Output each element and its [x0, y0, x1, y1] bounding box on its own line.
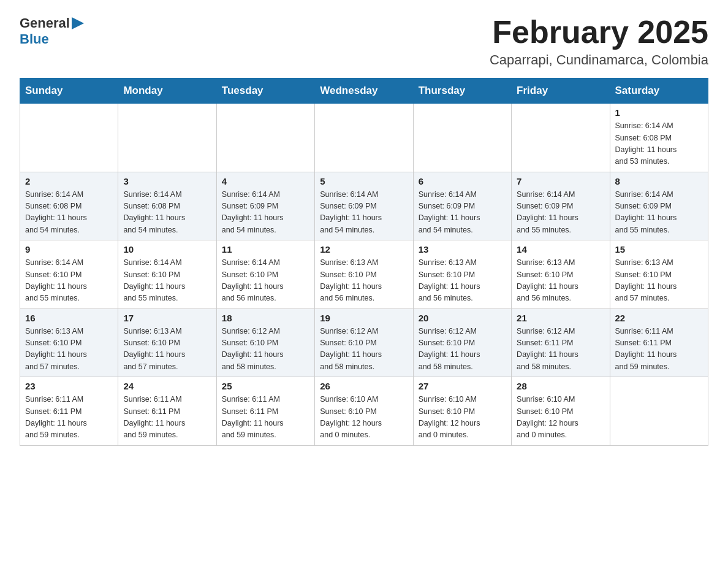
- calendar-cell: 14Sunrise: 6:13 AM Sunset: 6:10 PM Dayli…: [512, 240, 610, 309]
- calendar-cell: 23Sunrise: 6:11 AM Sunset: 6:11 PM Dayli…: [20, 377, 118, 446]
- day-number: 24: [123, 381, 211, 391]
- day-info: Sunrise: 6:11 AM Sunset: 6:11 PM Dayligh…: [25, 394, 113, 442]
- calendar-cell: [118, 104, 216, 172]
- weekday-header-friday: Friday: [512, 79, 610, 104]
- logo-general: General: [20, 16, 70, 31]
- day-number: 19: [320, 313, 408, 323]
- calendar-cell: 12Sunrise: 6:13 AM Sunset: 6:10 PM Dayli…: [315, 240, 413, 309]
- day-number: 18: [222, 313, 309, 323]
- calendar-cell: 4Sunrise: 6:14 AM Sunset: 6:09 PM Daylig…: [216, 172, 314, 240]
- location-title: Caparrapi, Cundinamarca, Colombia: [490, 52, 708, 68]
- page-header: General Blue February 2025 Caparrapi, Cu…: [20, 15, 708, 68]
- day-info: Sunrise: 6:10 AM Sunset: 6:10 PM Dayligh…: [517, 394, 604, 442]
- calendar-row-3: 9Sunrise: 6:14 AM Sunset: 6:10 PM Daylig…: [20, 240, 708, 309]
- day-info: Sunrise: 6:11 AM Sunset: 6:11 PM Dayligh…: [123, 394, 211, 442]
- calendar-cell: 22Sunrise: 6:11 AM Sunset: 6:11 PM Dayli…: [610, 308, 708, 377]
- day-number: 14: [517, 244, 604, 255]
- day-info: Sunrise: 6:14 AM Sunset: 6:10 PM Dayligh…: [222, 257, 309, 305]
- day-info: Sunrise: 6:14 AM Sunset: 6:10 PM Dayligh…: [123, 257, 211, 305]
- day-info: Sunrise: 6:11 AM Sunset: 6:11 PM Dayligh…: [615, 326, 703, 373]
- day-info: Sunrise: 6:14 AM Sunset: 6:09 PM Dayligh…: [615, 189, 703, 237]
- calendar-table: SundayMondayTuesdayWednesdayThursdayFrid…: [20, 78, 708, 446]
- day-info: Sunrise: 6:14 AM Sunset: 6:08 PM Dayligh…: [615, 120, 703, 168]
- day-info: Sunrise: 6:13 AM Sunset: 6:10 PM Dayligh…: [320, 257, 408, 305]
- day-number: 6: [419, 176, 506, 186]
- day-number: 5: [320, 176, 408, 186]
- svg-marker-0: [72, 17, 84, 29]
- calendar-cell: 7Sunrise: 6:14 AM Sunset: 6:09 PM Daylig…: [512, 172, 610, 240]
- calendar-cell: 20Sunrise: 6:12 AM Sunset: 6:10 PM Dayli…: [413, 308, 511, 377]
- weekday-header-saturday: Saturday: [610, 79, 708, 104]
- day-info: Sunrise: 6:14 AM Sunset: 6:10 PM Dayligh…: [25, 257, 113, 305]
- calendar-cell: 15Sunrise: 6:13 AM Sunset: 6:10 PM Dayli…: [610, 240, 708, 309]
- day-number: 23: [25, 381, 113, 391]
- day-number: 13: [419, 244, 506, 255]
- calendar-cell: 3Sunrise: 6:14 AM Sunset: 6:08 PM Daylig…: [118, 172, 216, 240]
- calendar-row-2: 2Sunrise: 6:14 AM Sunset: 6:08 PM Daylig…: [20, 172, 708, 240]
- calendar-cell: 9Sunrise: 6:14 AM Sunset: 6:10 PM Daylig…: [20, 240, 118, 309]
- day-number: 3: [123, 176, 211, 186]
- calendar-cell: 19Sunrise: 6:12 AM Sunset: 6:10 PM Dayli…: [315, 308, 413, 377]
- calendar-cell: [610, 377, 708, 446]
- calendar-cell: 25Sunrise: 6:11 AM Sunset: 6:11 PM Dayli…: [216, 377, 314, 446]
- day-number: 12: [320, 244, 408, 255]
- calendar-cell: [512, 104, 610, 172]
- calendar-cell: 13Sunrise: 6:13 AM Sunset: 6:10 PM Dayli…: [413, 240, 511, 309]
- weekday-header-thursday: Thursday: [413, 79, 511, 104]
- calendar-cell: 18Sunrise: 6:12 AM Sunset: 6:10 PM Dayli…: [216, 308, 314, 377]
- day-number: 22: [615, 313, 703, 323]
- day-number: 4: [222, 176, 309, 186]
- day-number: 2: [25, 176, 113, 186]
- day-info: Sunrise: 6:11 AM Sunset: 6:11 PM Dayligh…: [222, 394, 309, 442]
- weekday-header-sunday: Sunday: [20, 79, 118, 104]
- day-number: 25: [222, 381, 309, 391]
- day-number: 27: [419, 381, 506, 391]
- calendar-cell: [413, 104, 511, 172]
- calendar-cell: [20, 104, 118, 172]
- calendar-cell: 26Sunrise: 6:10 AM Sunset: 6:10 PM Dayli…: [315, 377, 413, 446]
- day-number: 28: [517, 381, 604, 391]
- logo: General Blue: [20, 15, 84, 47]
- calendar-row-1: 1Sunrise: 6:14 AM Sunset: 6:08 PM Daylig…: [20, 104, 708, 172]
- calendar-row-5: 23Sunrise: 6:11 AM Sunset: 6:11 PM Dayli…: [20, 377, 708, 446]
- month-title: February 2025: [490, 15, 708, 50]
- logo-blue: Blue: [20, 31, 49, 47]
- weekday-header-tuesday: Tuesday: [216, 79, 314, 104]
- day-info: Sunrise: 6:14 AM Sunset: 6:09 PM Dayligh…: [320, 189, 408, 237]
- calendar-cell: 10Sunrise: 6:14 AM Sunset: 6:10 PM Dayli…: [118, 240, 216, 309]
- weekday-header-monday: Monday: [118, 79, 216, 104]
- logo-arrow-icon: [72, 17, 84, 29]
- calendar-cell: 2Sunrise: 6:14 AM Sunset: 6:08 PM Daylig…: [20, 172, 118, 240]
- calendar-cell: [315, 104, 413, 172]
- day-number: 16: [25, 313, 113, 323]
- calendar-cell: 24Sunrise: 6:11 AM Sunset: 6:11 PM Dayli…: [118, 377, 216, 446]
- day-number: 10: [123, 244, 211, 255]
- calendar-cell: 17Sunrise: 6:13 AM Sunset: 6:10 PM Dayli…: [118, 308, 216, 377]
- day-info: Sunrise: 6:14 AM Sunset: 6:09 PM Dayligh…: [222, 189, 309, 237]
- day-number: 15: [615, 244, 703, 255]
- day-info: Sunrise: 6:10 AM Sunset: 6:10 PM Dayligh…: [320, 394, 408, 442]
- day-number: 1: [615, 107, 703, 118]
- day-info: Sunrise: 6:12 AM Sunset: 6:10 PM Dayligh…: [320, 326, 408, 373]
- day-number: 26: [320, 381, 408, 391]
- calendar-cell: 1Sunrise: 6:14 AM Sunset: 6:08 PM Daylig…: [610, 104, 708, 172]
- day-info: Sunrise: 6:13 AM Sunset: 6:10 PM Dayligh…: [25, 326, 113, 373]
- weekday-header-wednesday: Wednesday: [315, 79, 413, 104]
- calendar-cell: [216, 104, 314, 172]
- day-info: Sunrise: 6:14 AM Sunset: 6:08 PM Dayligh…: [123, 189, 211, 237]
- weekday-header-row: SundayMondayTuesdayWednesdayThursdayFrid…: [20, 79, 708, 104]
- calendar-cell: 5Sunrise: 6:14 AM Sunset: 6:09 PM Daylig…: [315, 172, 413, 240]
- day-info: Sunrise: 6:12 AM Sunset: 6:10 PM Dayligh…: [419, 326, 506, 373]
- day-number: 7: [517, 176, 604, 186]
- day-info: Sunrise: 6:12 AM Sunset: 6:10 PM Dayligh…: [222, 326, 309, 373]
- calendar-cell: 16Sunrise: 6:13 AM Sunset: 6:10 PM Dayli…: [20, 308, 118, 377]
- calendar-cell: 6Sunrise: 6:14 AM Sunset: 6:09 PM Daylig…: [413, 172, 511, 240]
- day-info: Sunrise: 6:14 AM Sunset: 6:08 PM Dayligh…: [25, 189, 113, 237]
- calendar-cell: 27Sunrise: 6:10 AM Sunset: 6:10 PM Dayli…: [413, 377, 511, 446]
- day-info: Sunrise: 6:13 AM Sunset: 6:10 PM Dayligh…: [615, 257, 703, 305]
- day-number: 11: [222, 244, 309, 255]
- calendar-row-4: 16Sunrise: 6:13 AM Sunset: 6:10 PM Dayli…: [20, 308, 708, 377]
- day-info: Sunrise: 6:13 AM Sunset: 6:10 PM Dayligh…: [123, 326, 211, 373]
- title-section: February 2025 Caparrapi, Cundinamarca, C…: [490, 15, 708, 68]
- calendar-cell: 8Sunrise: 6:14 AM Sunset: 6:09 PM Daylig…: [610, 172, 708, 240]
